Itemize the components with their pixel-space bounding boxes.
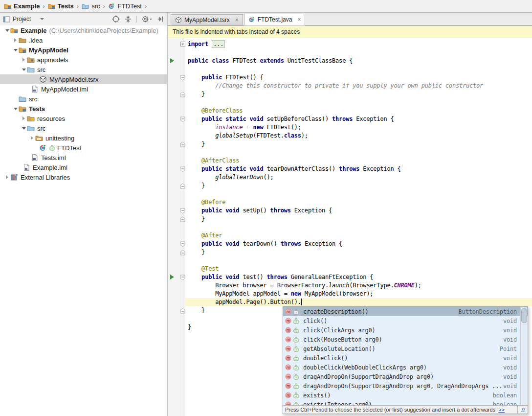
tree-item-unittesting[interactable]: unittesting <box>0 133 167 143</box>
chevron-expanded-icon[interactable] <box>12 49 19 51</box>
editor-tab-ftdtest-java[interactable]: CFTDTest.java× <box>244 14 306 25</box>
fold-close-icon[interactable] <box>180 216 185 222</box>
completion-item-exists-integer-arg0[interactable]: mexists(Integer arg0)boolean <box>283 400 528 405</box>
code-line-25[interactable]: } <box>185 248 532 256</box>
code-line-14[interactable]: @AfterClass <box>185 157 532 165</box>
completion-item-exists[interactable]: mexists()boolean <box>283 391 528 400</box>
tree-item-example[interactable]: Example (C:\Users\chitin\IdeaProjects\Ex… <box>0 25 167 35</box>
tree-item-tests[interactable]: Tests <box>0 104 167 114</box>
chevron-collapsed-icon[interactable] <box>4 175 10 179</box>
tree-item-external-libraries[interactable]: External Libraries <box>0 172 167 182</box>
tree-item-resources[interactable]: resources <box>0 114 167 123</box>
chevron-expanded-icon[interactable] <box>12 108 19 110</box>
code-line-24[interactable]: public void tearDown() throws Exception … <box>185 240 532 248</box>
code-line-30[interactable]: MyAppModel appModel = new MyAppModel(bro… <box>185 290 532 298</box>
code-line-15[interactable]: public static void tearDownAfterClass() … <box>185 165 532 173</box>
code-line-9[interactable]: public static void setUpBeforeClass() th… <box>185 115 532 123</box>
project-view-selector[interactable]: Project <box>3 16 44 23</box>
locate-icon[interactable] <box>112 15 120 23</box>
collapse-all-icon[interactable] <box>124 15 132 23</box>
chevron-collapsed-icon[interactable] <box>29 136 35 140</box>
code-line-22[interactable] <box>185 223 532 231</box>
chevron-collapsed-icon[interactable] <box>21 116 27 120</box>
popup-scrollbar[interactable] <box>520 307 527 405</box>
chevron-expanded-icon[interactable] <box>21 127 27 130</box>
code-line-21[interactable]: } <box>185 215 532 223</box>
fold-open-icon[interactable] <box>180 75 185 81</box>
code-line-23[interactable]: @After <box>185 231 532 240</box>
code-line-27[interactable]: @Test <box>185 265 532 273</box>
breadcrumb-item-ftdtest[interactable]: CFTDTest <box>108 2 142 10</box>
completion-item-click-mousebutton-arg0[interactable]: mclick(MouseButton arg0)void <box>283 335 528 344</box>
completion-item-draganddropon-supportdraganddrop-arg0[interactable]: mdragAndDropOn(SupportDragAndDrop arg0)v… <box>283 372 528 381</box>
code-line-2[interactable]: public class FTDTest extends UnitTestCla… <box>185 57 532 65</box>
run-arrow-icon[interactable] <box>170 58 175 64</box>
code-line-16[interactable]: globalTearDown(); <box>185 173 532 182</box>
code-line-28[interactable]: public void test() throws GeneralLeanFtE… <box>185 273 532 281</box>
fold-close-icon[interactable] <box>180 308 185 314</box>
fold-open-icon[interactable] <box>180 208 185 214</box>
fold-close-icon[interactable] <box>180 141 185 147</box>
completion-item-click-clickargs-arg0[interactable]: mclick(ClickArgs arg0)void <box>283 325 528 335</box>
hide-panel-icon[interactable] <box>156 15 164 23</box>
tree-item-myappmodel[interactable]: MyAppModel <box>0 45 167 55</box>
fold-open-icon[interactable] <box>180 241 185 247</box>
breadcrumb-item-src[interactable]: src <box>82 2 100 10</box>
code-line-8[interactable]: @BeforeClass <box>185 107 532 115</box>
code-line-26[interactable] <box>185 256 532 265</box>
fold-open-icon[interactable] <box>180 166 185 172</box>
close-icon[interactable]: × <box>297 16 301 23</box>
completion-item-doubleclick-webdoubleclickargs-arg0[interactable]: mdoubleClick(WebDoubleClickArgs arg0)voi… <box>283 363 528 372</box>
code-line-0[interactable]: import ... <box>185 40 532 48</box>
tree-item-example-iml[interactable]: Example.iml <box>0 162 167 172</box>
chevron-collapsed-icon[interactable] <box>12 38 19 42</box>
breadcrumb-item-example[interactable]: Example <box>4 2 40 10</box>
tree-item-tests-iml[interactable]: Tests.iml <box>0 153 167 162</box>
fold-plus-icon[interactable] <box>180 42 185 46</box>
tree-item-src[interactable]: src <box>0 65 167 74</box>
completion-item-draganddropon-supportdraganddrop-arg0-draganddropargs[interactable]: mdragAndDropOn(SupportDragAndDrop arg0, … <box>283 381 528 391</box>
fold-close-icon[interactable] <box>180 250 185 255</box>
completion-more-link[interactable]: >> <box>498 407 505 413</box>
tree-item-ftdtest[interactable]: CFTDTest <box>0 143 167 153</box>
code-line-20[interactable]: public void setUp() throws Exception { <box>185 207 532 215</box>
code-line-11[interactable]: globalSetup(FTDTest.class); <box>185 132 532 140</box>
completion-item-getabsolutelocation[interactable]: mgetAbsoluteLocation()Point <box>283 344 528 353</box>
tree-item-myappmodel-iml[interactable]: MyAppModel.iml <box>0 84 167 94</box>
breadcrumb-item-tests[interactable]: Tests <box>48 2 74 10</box>
fold-close-icon[interactable] <box>180 183 185 189</box>
code-line-7[interactable] <box>185 98 532 107</box>
completion-item-createdescription[interactable]: mcreateDescription()ButtonDescription <box>283 307 528 316</box>
settings-icon[interactable] <box>141 15 152 23</box>
tree-item-appmodels[interactable]: appmodels <box>0 55 167 65</box>
code-line-13[interactable] <box>185 148 532 157</box>
chevron-collapsed-icon[interactable] <box>21 58 27 62</box>
chevron-expanded-icon[interactable] <box>4 29 10 32</box>
code-line-10[interactable]: instance = new FTDTest(); <box>185 123 532 132</box>
code-line-18[interactable] <box>185 190 532 198</box>
tree-item-src[interactable]: src <box>0 94 167 104</box>
code-line-4[interactable]: public FTDTest() { <box>185 73 532 82</box>
code-line-6[interactable]: } <box>185 90 532 98</box>
tree-item-src[interactable]: src <box>0 123 167 133</box>
chevron-expanded-icon[interactable] <box>21 69 27 71</box>
code-line-12[interactable]: } <box>185 140 532 148</box>
code-line-5[interactable]: //Change this constructor to private if … <box>185 82 532 90</box>
code-line-29[interactable]: Browser browser = BrowserFactory.launch(… <box>185 281 532 290</box>
tree-item-myappmodel-tsrx[interactable]: MyAppModel.tsrx <box>0 74 167 84</box>
popup-scrollbar-thumb[interactable] <box>521 308 527 323</box>
code-line-19[interactable]: @Before <box>185 198 532 207</box>
code-line-3[interactable] <box>185 65 532 73</box>
code-line-17[interactable]: } <box>185 182 532 190</box>
fold-close-icon[interactable] <box>180 92 185 97</box>
fold-open-icon[interactable] <box>180 275 185 280</box>
run-arrow-icon[interactable] <box>170 274 175 280</box>
completion-item-click[interactable]: mclick()void <box>283 316 528 325</box>
fold-open-icon[interactable] <box>180 116 185 122</box>
close-icon[interactable]: × <box>235 17 239 23</box>
completion-item-doubleclick[interactable]: mdoubleClick()void <box>283 353 528 363</box>
tree-item--idea[interactable]: .idea <box>0 35 167 45</box>
editor-tab-myappmodel-tsrx[interactable]: MyAppModel.tsrx× <box>171 14 243 25</box>
code-line-31[interactable]: appModel.Page().Button(). <box>185 298 532 306</box>
code-line-1[interactable] <box>185 48 532 57</box>
